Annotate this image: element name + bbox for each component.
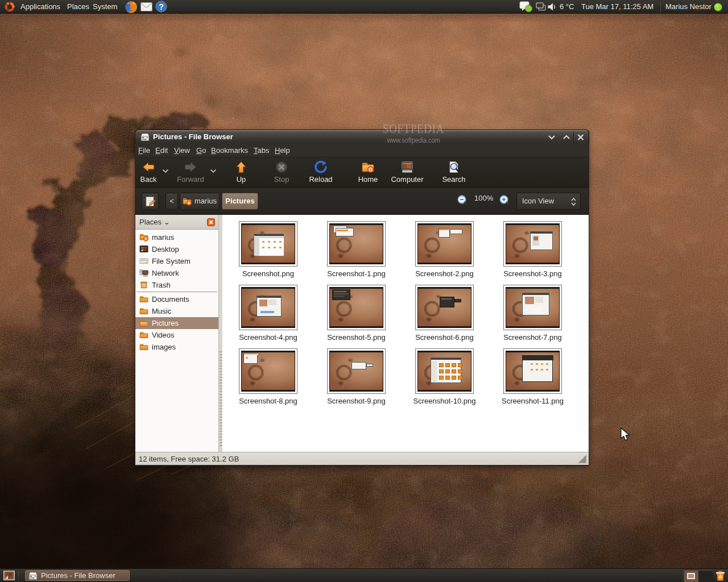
svg-text:?: ? (159, 2, 164, 11)
